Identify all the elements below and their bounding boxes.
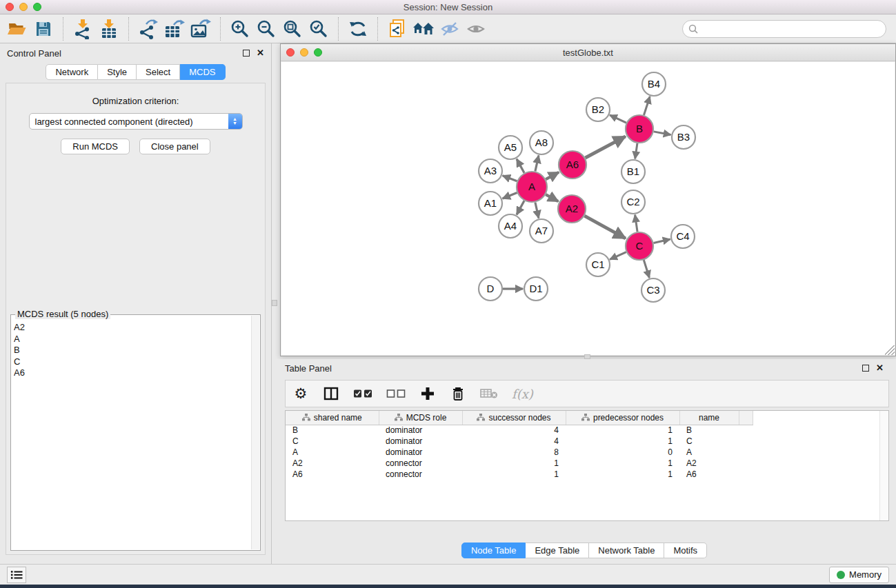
column-header-successor-nodes[interactable]: successor nodes xyxy=(462,411,566,425)
memory-button[interactable]: Memory xyxy=(829,567,889,583)
edge-B-B2[interactable] xyxy=(610,115,626,123)
create-column-icon[interactable] xyxy=(419,384,436,403)
tab-motifs[interactable]: Motifs xyxy=(664,543,707,558)
horizontal-split-handle[interactable] xyxy=(584,354,590,359)
optimization-criterion-select[interactable]: largest connected component (directed) ▲… xyxy=(29,113,243,130)
edge-A-A3[interactable] xyxy=(503,176,517,181)
export-image-icon[interactable] xyxy=(188,17,214,41)
show-columns-icon[interactable] xyxy=(323,384,339,403)
edge-C-C4[interactable] xyxy=(653,239,670,243)
cell-shared-name[interactable]: C xyxy=(286,436,379,447)
mcds-result-scrollbar[interactable] xyxy=(251,316,259,549)
tab-select[interactable]: Select xyxy=(137,64,180,80)
cell-MCDS-role[interactable]: connector xyxy=(379,458,462,469)
cell-predecessor-nodes[interactable]: 1 xyxy=(566,436,679,447)
edge-B-B3[interactable] xyxy=(654,132,671,135)
cell-name[interactable]: A6 xyxy=(679,469,739,480)
result-item[interactable]: A6 xyxy=(14,367,250,379)
close-panel-icon[interactable]: ✕ xyxy=(257,50,264,57)
open-session-icon[interactable] xyxy=(4,17,30,41)
cell-name[interactable]: A2 xyxy=(679,458,739,469)
table-scrollbar[interactable] xyxy=(879,411,888,520)
edge-A2-C[interactable] xyxy=(584,216,625,239)
vertical-split-handle[interactable] xyxy=(272,300,277,306)
column-header-predecessor-nodes[interactable]: predecessor nodes xyxy=(566,411,679,425)
table-settings-icon[interactable]: ⚙ xyxy=(292,384,309,403)
hide-selected-icon[interactable] xyxy=(437,17,463,41)
delete-column-icon[interactable] xyxy=(450,384,466,403)
cell-successor-nodes[interactable]: 4 xyxy=(462,436,566,447)
result-item[interactable]: A xyxy=(14,334,250,345)
tab-mcds[interactable]: MCDS xyxy=(180,64,225,80)
delete-table-icon[interactable] xyxy=(480,384,498,403)
node-attribute-table[interactable]: shared nameMCDS rolesuccessor nodesprede… xyxy=(286,411,753,480)
tab-network[interactable]: Network xyxy=(46,64,98,80)
search-box[interactable] xyxy=(682,20,886,38)
edge-A-A4[interactable] xyxy=(517,201,524,214)
tab-network-table[interactable]: Network Table xyxy=(589,543,664,558)
cell-shared-name[interactable]: A xyxy=(286,447,379,458)
cell-successor-nodes[interactable]: 4 xyxy=(462,425,566,436)
cell-shared-name[interactable]: B xyxy=(286,425,379,436)
result-item[interactable]: C xyxy=(14,356,250,368)
edge-A-A7[interactable] xyxy=(535,202,539,218)
import-network-icon[interactable] xyxy=(70,17,96,41)
cell-shared-name[interactable]: A2 xyxy=(286,458,379,469)
cell-name[interactable]: C xyxy=(679,436,739,447)
import-table-icon[interactable] xyxy=(96,17,122,41)
search-input[interactable] xyxy=(698,24,886,34)
close-panel-button[interactable]: Close panel xyxy=(139,139,210,154)
edge-B-B1[interactable] xyxy=(635,143,637,159)
result-item[interactable]: A2 xyxy=(14,322,250,334)
cell-name[interactable]: B xyxy=(679,425,739,436)
table-row[interactable]: A2connector11A2 xyxy=(286,458,753,469)
float-panel-icon[interactable] xyxy=(243,50,250,57)
function-builder-icon[interactable]: f(x) xyxy=(512,384,533,403)
window-resize-grip[interactable] xyxy=(885,345,895,355)
cell-MCDS-role[interactable]: connector xyxy=(379,469,462,480)
zoom-fit-icon[interactable] xyxy=(279,17,306,41)
tab-edge-table[interactable]: Edge Table xyxy=(526,543,589,558)
network-canvas[interactable]: B4B2BB3A8A5A6A3B1AC2A1A2A4A7C4CC1C3DD1 xyxy=(281,62,895,355)
cell-shared-name[interactable]: A6 xyxy=(286,469,379,480)
export-table-icon[interactable] xyxy=(161,17,188,41)
table-row[interactable]: Bdominator41B xyxy=(286,425,753,436)
task-history-button[interactable] xyxy=(7,567,26,583)
export-network-icon[interactable] xyxy=(135,17,161,41)
home-view-icon[interactable] xyxy=(410,17,437,41)
tab-node-table[interactable]: Node Table xyxy=(461,543,526,558)
result-item[interactable]: B xyxy=(14,345,250,356)
refresh-view-icon[interactable] xyxy=(345,17,371,41)
cell-successor-nodes[interactable]: 8 xyxy=(462,447,566,458)
cell-predecessor-nodes[interactable]: 1 xyxy=(566,469,679,480)
edge-A6-B[interactable] xyxy=(586,136,626,158)
edge-A-A1[interactable] xyxy=(503,193,517,199)
cell-predecessor-nodes[interactable]: 1 xyxy=(566,425,679,436)
cell-MCDS-role[interactable]: dominator xyxy=(379,425,462,436)
save-session-icon[interactable] xyxy=(30,17,57,41)
cell-predecessor-nodes[interactable]: 0 xyxy=(566,447,679,458)
cell-MCDS-role[interactable]: dominator xyxy=(379,436,462,447)
new-network-from-selection-icon[interactable] xyxy=(384,17,410,41)
tab-style[interactable]: Style xyxy=(98,64,137,80)
run-mcds-button[interactable]: Run MCDS xyxy=(61,139,130,154)
table-row[interactable]: A6connector11A6 xyxy=(286,469,753,480)
zoom-selected-icon[interactable] xyxy=(306,17,332,41)
deselect-all-rows-icon[interactable] xyxy=(386,384,406,403)
edge-B-B4[interactable] xyxy=(644,97,650,115)
float-table-panel-icon[interactable] xyxy=(862,365,869,372)
cell-name[interactable]: A xyxy=(679,447,739,458)
column-header-MCDS-role[interactable]: MCDS role xyxy=(379,411,462,425)
zoom-out-icon[interactable] xyxy=(253,17,279,41)
edge-A-A6[interactable] xyxy=(546,172,559,179)
edge-A-A5[interactable] xyxy=(517,159,524,173)
zoom-in-icon[interactable] xyxy=(227,17,253,41)
edge-C-C2[interactable] xyxy=(635,215,637,232)
cell-MCDS-role[interactable]: dominator xyxy=(379,447,462,458)
table-row[interactable]: Adominator80A xyxy=(286,447,753,458)
cell-predecessor-nodes[interactable]: 1 xyxy=(566,458,679,469)
mcds-result-list[interactable]: A2ABCA6 xyxy=(14,322,250,549)
select-all-rows-icon[interactable] xyxy=(353,384,372,403)
edge-C-C1[interactable] xyxy=(610,252,626,260)
close-table-panel-icon[interactable]: ✕ xyxy=(876,365,884,372)
